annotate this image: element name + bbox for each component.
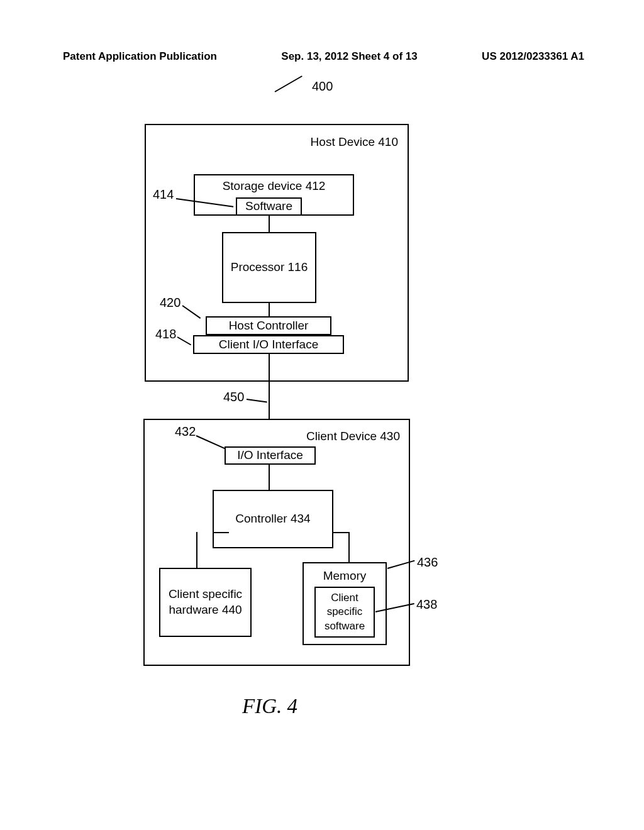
io-interface-box: I/O Interface	[225, 446, 316, 465]
controller-box: Controller 434	[213, 490, 333, 548]
connector-ioiface-controller	[269, 465, 270, 490]
controller-label: Controller 434	[235, 511, 310, 527]
connector-ctrl-hw-v	[196, 532, 197, 568]
leader-400	[275, 75, 303, 92]
connector-link-450	[269, 382, 270, 419]
software-ref-label: 414	[153, 187, 174, 202]
memory-label: Memory	[323, 568, 367, 584]
host-device-label: Host Device 410	[311, 135, 398, 150]
io-interface-ref-label: 432	[175, 424, 196, 439]
client-io-interface-label: Client I/O Interface	[219, 337, 318, 353]
page-header: Patent Application Publication Sep. 13, …	[0, 50, 644, 63]
client-software-box: Client specific software	[314, 587, 375, 638]
host-controller-ref-label: 420	[160, 296, 180, 310]
figure-title: FIG. 4	[242, 695, 297, 718]
processor-label: Processor 116	[231, 260, 308, 275]
header-right: US 2012/0233361 A1	[482, 50, 584, 63]
io-interface-label: I/O Interface	[237, 448, 303, 463]
memory-ref-label: 436	[417, 555, 438, 570]
system-ref-label: 400	[312, 79, 333, 94]
client-hardware-box: Client specific hardware 440	[159, 568, 252, 637]
client-software-label: Client specific software	[316, 591, 374, 633]
header-center: Sep. 13, 2012 Sheet 4 of 13	[281, 50, 417, 63]
client-sw-ref-label: 438	[416, 597, 437, 612]
connector-clientio-hostbottom	[269, 354, 270, 382]
host-controller-label: Host Controller	[229, 318, 309, 334]
connector-ctrl-mem-h	[332, 532, 350, 533]
software-label: Software	[245, 199, 292, 214]
software-box: Software	[236, 197, 302, 216]
host-controller-box: Host Controller	[206, 316, 331, 335]
connector-ctrl-hw-h	[213, 532, 229, 533]
connector-processor-hostctrl	[269, 303, 270, 316]
link-ref-label: 450	[223, 390, 244, 404]
storage-device-label: Storage device 412	[223, 179, 326, 194]
client-io-ref-label: 418	[155, 327, 176, 341]
connector-ctrl-mem-v	[348, 532, 350, 562]
leader-450	[247, 399, 267, 403]
client-hardware-label: Client specific hardware 440	[160, 587, 250, 617]
header-left: Patent Application Publication	[63, 50, 217, 63]
processor-box: Processor 116	[222, 232, 316, 303]
client-device-label: Client Device 430	[306, 429, 400, 445]
connector-storage-processor	[269, 216, 270, 232]
client-io-interface-box: Client I/O Interface	[193, 335, 344, 354]
